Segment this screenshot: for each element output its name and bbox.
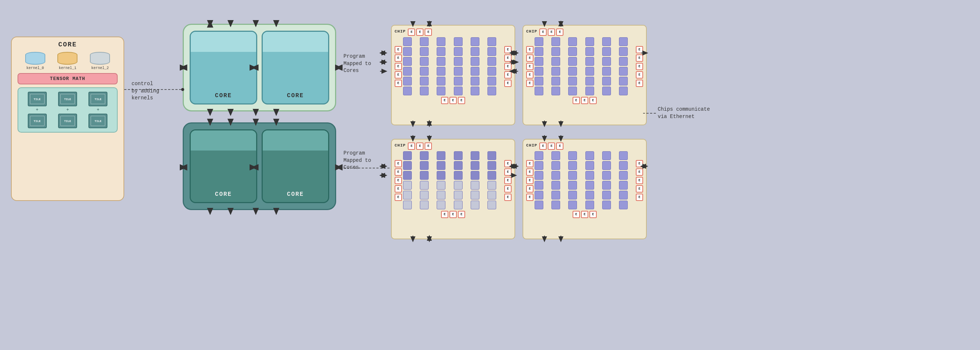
core-block-upper-right: CORE	[262, 31, 329, 105]
e-tl-b1: E	[441, 97, 449, 104]
cc	[403, 77, 412, 86]
cc	[535, 161, 543, 170]
tensor-math-box: TENSOR MATH	[18, 73, 118, 84]
e-tr-r5: E	[636, 80, 643, 87]
cc	[420, 87, 429, 95]
cc	[551, 181, 560, 189]
cc	[585, 47, 594, 56]
cc	[585, 191, 594, 199]
core-lower-left-label: CORE	[215, 191, 232, 198]
cc	[619, 171, 628, 180]
cc	[535, 181, 543, 189]
e-bl-r4: E	[504, 185, 512, 192]
e-box-bl-1: E	[408, 143, 415, 150]
tile-box-1-top: TILE	[58, 92, 77, 106]
cc	[551, 151, 560, 160]
core-panel-title: CORE	[15, 41, 120, 48]
tile-plus-0: +	[36, 108, 38, 112]
cc	[551, 47, 560, 56]
cc	[568, 47, 577, 56]
cc	[454, 181, 463, 189]
e-br-l1: E	[526, 160, 533, 167]
e-br-r5: E	[636, 194, 643, 201]
e-tr-l2: E	[526, 54, 533, 62]
cc	[471, 57, 479, 66]
tile-label-2-bot: TILE	[95, 119, 102, 123]
e-br-b1: E	[573, 211, 580, 218]
tile-label-0-top: TILE	[33, 97, 41, 101]
cc	[454, 171, 463, 180]
cc	[535, 37, 543, 46]
chip-bl-core-grid	[403, 151, 503, 209]
e-bl-r5: E	[504, 194, 512, 201]
cc	[551, 200, 560, 209]
cc	[487, 57, 496, 66]
kernel-1-label: kernel_1	[59, 66, 76, 70]
tile-box-1-bot: TILE	[58, 114, 77, 128]
core-lower-right-label: CORE	[287, 191, 304, 198]
chip-tl-title: CHIP	[395, 29, 406, 33]
cc	[420, 37, 429, 46]
cc	[487, 191, 496, 199]
e-bl-r3: E	[504, 177, 512, 184]
cc	[568, 181, 577, 189]
cc	[585, 151, 594, 160]
cc	[403, 151, 412, 160]
chip-bl-right-e: E E E E E	[504, 160, 512, 201]
cc	[420, 47, 429, 56]
e-tl-r5: E	[504, 80, 512, 87]
core-panel: CORE kernel_0 kernel_1 kernel_2 TENSOR M…	[11, 37, 124, 201]
cc	[403, 47, 412, 56]
e-bl-l3: E	[395, 177, 402, 184]
tile-col-1: TILE + TILE	[58, 92, 77, 128]
cc	[585, 200, 594, 209]
cc	[403, 181, 412, 189]
e-tl-r1: E	[504, 46, 512, 53]
core-upper-left-label: CORE	[215, 92, 232, 99]
cc	[437, 191, 445, 199]
e-tr-l3: E	[526, 63, 533, 70]
e-tl-r2: E	[504, 54, 512, 62]
cc	[585, 57, 594, 66]
e-box-tr-1: E	[539, 29, 547, 36]
cc	[437, 161, 445, 170]
cc	[619, 67, 628, 76]
tile-box-2-top: TILE	[88, 92, 107, 106]
cc	[454, 77, 463, 86]
cc	[535, 47, 543, 56]
cc	[437, 171, 445, 180]
cc	[487, 37, 496, 46]
cc	[568, 77, 577, 86]
cc	[437, 37, 445, 46]
cc	[535, 151, 543, 160]
cc	[568, 87, 577, 95]
kernel-1-cylinder	[57, 52, 78, 65]
e-tl-b3: E	[458, 97, 465, 104]
cc	[602, 191, 611, 199]
chip-tr-right-e: E E E E E	[636, 46, 643, 87]
cc	[619, 57, 628, 66]
tile-label-2-top: TILE	[95, 97, 102, 101]
chip-tl-core-grid	[403, 37, 503, 95]
chip-tl-right-e: E E E E E	[504, 46, 512, 87]
e-br-l4: E	[526, 185, 533, 192]
chip-quad-top-right: CHIP E E E E E E E E	[522, 25, 647, 125]
e-box-bl-2: E	[416, 143, 423, 150]
chip-br-title: CHIP	[526, 143, 537, 148]
cc	[619, 87, 628, 95]
cc	[585, 77, 594, 86]
kernel-0-item: kernel_0	[25, 52, 45, 70]
tiles-section: TILE + TILE TILE + TILE TILE	[18, 88, 118, 133]
cc	[420, 191, 429, 199]
cc	[487, 200, 496, 209]
cc	[454, 161, 463, 170]
chip-tr-title: CHIP	[526, 29, 537, 33]
e-br-l5: E	[526, 194, 533, 201]
cc	[437, 200, 445, 209]
core-upper-top-band-left	[191, 32, 256, 52]
cc	[619, 181, 628, 189]
cc	[471, 87, 479, 95]
cc	[437, 181, 445, 189]
cc	[471, 151, 479, 160]
cc	[602, 47, 611, 56]
